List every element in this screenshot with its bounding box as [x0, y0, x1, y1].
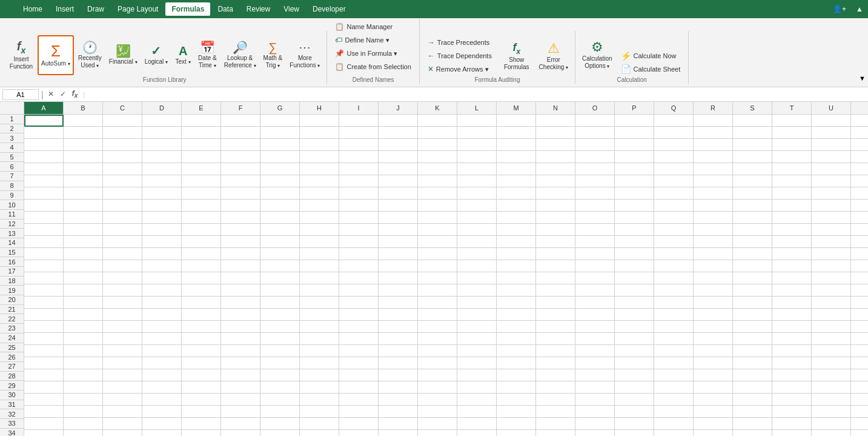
tab-developer[interactable]: Developer [306, 2, 352, 16]
cell-L17[interactable] [457, 309, 497, 321]
cell-M20[interactable] [497, 345, 536, 357]
cell-T23[interactable] [772, 381, 812, 394]
cell-R13[interactable] [694, 260, 733, 272]
cell-M13[interactable] [497, 260, 536, 272]
cell-K8[interactable] [418, 200, 457, 212]
cell-T14[interactable] [772, 272, 812, 284]
cell-J17[interactable] [379, 309, 418, 321]
cell-E14[interactable] [182, 272, 221, 284]
cell-U12[interactable] [812, 248, 851, 260]
cell-A8[interactable] [24, 200, 64, 212]
cell-V4[interactable] [851, 151, 868, 163]
trace-dependents-button[interactable]: ← Trace Dependents [423, 50, 496, 62]
cell-I18[interactable] [339, 321, 379, 333]
cell-R22[interactable] [694, 369, 733, 381]
cell-A26[interactable] [24, 418, 64, 430]
cell-N1[interactable] [536, 115, 575, 127]
cell-G13[interactable] [260, 260, 300, 272]
cell-M3[interactable] [497, 139, 536, 151]
cell-J11[interactable] [379, 236, 418, 248]
cell-I13[interactable] [339, 260, 379, 272]
col-header-T[interactable]: T [772, 102, 812, 114]
cell-B14[interactable] [64, 272, 103, 284]
cell-E25[interactable] [182, 406, 221, 418]
cell-S20[interactable] [733, 345, 772, 357]
cell-E8[interactable] [182, 200, 221, 212]
cell-Q22[interactable] [654, 369, 694, 381]
cell-A1[interactable] [24, 115, 64, 127]
cell-C18[interactable] [103, 321, 142, 333]
cell-N18[interactable] [536, 321, 575, 333]
cell-U20[interactable] [812, 345, 851, 357]
cell-M18[interactable] [497, 321, 536, 333]
cell-D20[interactable] [142, 345, 182, 357]
cell-M12[interactable] [497, 248, 536, 260]
cell-F2[interactable] [221, 127, 260, 139]
cell-M24[interactable] [497, 394, 536, 406]
col-header-G[interactable]: G [260, 102, 300, 114]
cell-R18[interactable] [694, 321, 733, 333]
remove-arrows-button[interactable]: ✕ Remove Arrows ▾ [423, 63, 496, 75]
col-header-O[interactable]: O [575, 102, 615, 114]
cell-F7[interactable] [221, 187, 260, 200]
cell-T4[interactable] [772, 151, 812, 163]
cell-P10[interactable] [615, 224, 654, 236]
cell-O18[interactable] [575, 321, 615, 333]
cell-F11[interactable] [221, 236, 260, 248]
tab-formulas[interactable]: Formulas [165, 2, 210, 16]
cell-S1[interactable] [733, 115, 772, 127]
insert-function-button[interactable]: fx InsertFunction [6, 35, 36, 75]
cell-F20[interactable] [221, 345, 260, 357]
cell-H19[interactable] [300, 333, 339, 345]
cell-D8[interactable] [142, 200, 182, 212]
cell-G3[interactable] [260, 139, 300, 151]
cell-N9[interactable] [536, 212, 575, 224]
cell-H7[interactable] [300, 187, 339, 200]
cell-U4[interactable] [812, 151, 851, 163]
cell-F23[interactable] [221, 381, 260, 394]
cell-L5[interactable] [457, 163, 497, 175]
cell-L7[interactable] [457, 187, 497, 200]
cell-N24[interactable] [536, 394, 575, 406]
cell-G6[interactable] [260, 175, 300, 187]
cell-C21[interactable] [103, 357, 142, 369]
cell-G18[interactable] [260, 321, 300, 333]
col-header-D[interactable]: D [142, 102, 182, 114]
cell-U11[interactable] [812, 236, 851, 248]
cell-R10[interactable] [694, 224, 733, 236]
cell-J23[interactable] [379, 381, 418, 394]
cell-R11[interactable] [694, 236, 733, 248]
cell-O5[interactable] [575, 163, 615, 175]
cell-P26[interactable] [615, 418, 654, 430]
cell-B1[interactable] [64, 115, 103, 127]
cell-P27[interactable] [615, 430, 654, 436]
cell-K1[interactable] [418, 115, 457, 127]
cell-C13[interactable] [103, 260, 142, 272]
col-header-L[interactable]: L [457, 102, 497, 114]
cell-H3[interactable] [300, 139, 339, 151]
cell-D14[interactable] [142, 272, 182, 284]
cell-Q2[interactable] [654, 127, 694, 139]
cell-V10[interactable] [851, 224, 868, 236]
cell-I10[interactable] [339, 224, 379, 236]
cell-O19[interactable] [575, 333, 615, 345]
cell-C4[interactable] [103, 151, 142, 163]
tab-draw[interactable]: Draw [81, 2, 110, 16]
cell-B24[interactable] [64, 394, 103, 406]
cell-K9[interactable] [418, 212, 457, 224]
cell-H5[interactable] [300, 163, 339, 175]
cell-J16[interactable] [379, 297, 418, 309]
cell-K19[interactable] [418, 333, 457, 345]
cell-O14[interactable] [575, 272, 615, 284]
col-header-U[interactable]: U [812, 102, 851, 114]
cell-L15[interactable] [457, 284, 497, 297]
name-manager-button[interactable]: 📋 Name Manager [331, 21, 415, 33]
cell-A17[interactable] [24, 309, 64, 321]
cell-O17[interactable] [575, 309, 615, 321]
cell-O10[interactable] [575, 224, 615, 236]
cell-V16[interactable] [851, 297, 868, 309]
cell-M7[interactable] [497, 187, 536, 200]
cell-O16[interactable] [575, 297, 615, 309]
cell-C14[interactable] [103, 272, 142, 284]
cell-F12[interactable] [221, 248, 260, 260]
